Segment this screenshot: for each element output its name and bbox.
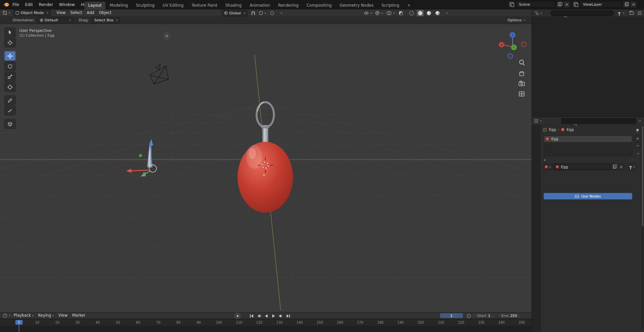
new-viewlayer-icon[interactable] — [623, 1, 629, 8]
workspace-tab-texture-paint[interactable]: Texture Paint — [188, 2, 221, 9]
options-dropdown[interactable]: Options ▾ — [507, 17, 526, 24]
duplicate-material-button[interactable] — [611, 163, 617, 170]
orientation-setting-dropdown[interactable]: Default ▾ — [37, 17, 73, 23]
workspace-tab-modeling[interactable]: Modeling — [106, 2, 132, 9]
snap-toggle-button[interactable] — [250, 10, 257, 16]
outliner-options-button[interactable] — [636, 10, 643, 16]
new-scene-icon[interactable] — [556, 1, 563, 8]
proportional-edit-button[interactable] — [269, 10, 276, 16]
workspace-tab-rendering[interactable]: Rendering — [274, 2, 302, 9]
viewport-camera-button[interactable] — [519, 81, 525, 86]
viewport-canvas[interactable]: Z X Y — [0, 24, 532, 312]
material-name-field[interactable]: Egg — [553, 163, 610, 170]
add-slot-button[interactable]: + — [634, 135, 641, 142]
properties-scrollbar[interactable] — [642, 126, 643, 330]
current-frame-field[interactable]: 1 — [440, 313, 463, 318]
measure-tool[interactable] — [4, 106, 16, 115]
outliner-search-input[interactable] — [551, 10, 614, 16]
visibility-dropdown[interactable]: ▾ — [363, 10, 373, 16]
jump-to-start-button[interactable] — [248, 313, 255, 319]
shading-rendered-button[interactable] — [434, 10, 441, 16]
move-tool[interactable] — [4, 51, 16, 61]
workspace-tab-uv-editing[interactable]: UV Editing — [159, 2, 187, 9]
add-cube-tool[interactable] — [4, 119, 16, 129]
browse-scene-icon[interactable] — [509, 1, 515, 8]
menu-view[interactable]: View — [54, 9, 68, 17]
menu-keying[interactable]: Keying▾ — [36, 312, 56, 320]
cursor-tool[interactable] — [4, 38, 16, 47]
material-slot-row[interactable]: Egg ⋮⋮ — [544, 136, 632, 142]
viewport-zoom-button[interactable] — [520, 60, 525, 65]
play-reverse-button[interactable] — [263, 313, 270, 319]
annotate-tool[interactable] — [4, 95, 16, 105]
pin-icon[interactable] — [636, 129, 639, 131]
menu-object[interactable]: Object — [96, 9, 113, 17]
next-keyframe-button[interactable] — [277, 313, 285, 319]
prev-keyframe-button[interactable] — [255, 313, 263, 319]
viewlayer-field[interactable]: ViewLayer — [580, 1, 622, 8]
properties-search-input[interactable] — [561, 118, 636, 124]
menu-edit[interactable]: Edit — [22, 0, 36, 9]
material-slot-list[interactable]: Egg ⋮⋮ — [544, 135, 632, 156]
proportional-falloff-button[interactable]: ▾ — [277, 10, 284, 16]
slot-specials-button[interactable]: ▾ — [634, 150, 641, 157]
workspace-tab-geometry-nodes[interactable]: Geometry Nodes — [336, 2, 377, 9]
orientation-selector[interactable]: Global ▾ — [222, 10, 248, 16]
timeline-ruler[interactable]: 1020304050607080901001101201301401501601… — [0, 319, 532, 332]
auto-key-button[interactable] — [235, 313, 240, 319]
delete-viewlayer-icon[interactable]: × — [630, 1, 637, 8]
xray-toggle[interactable] — [397, 10, 404, 16]
workspace-tab-sculpting[interactable]: Sculpting — [132, 2, 158, 9]
navigation-gizmo[interactable]: Z X Y — [499, 32, 527, 59]
material-link-dropdown[interactable]: ▾ — [628, 163, 636, 170]
menu-add[interactable]: Add — [84, 9, 96, 17]
menu-playback[interactable]: Playback▾ — [11, 312, 36, 320]
delete-scene-icon[interactable]: × — [564, 1, 570, 8]
viewport-grid-button[interactable] — [519, 92, 524, 96]
playhead-frame-badge[interactable]: 1 — [15, 320, 23, 325]
transform-tool[interactable] — [4, 82, 16, 92]
workspace-tab-compositing[interactable]: Compositing — [303, 2, 335, 9]
add-workspace-button[interactable]: + — [404, 2, 414, 9]
scene-field[interactable]: Scene — [516, 1, 555, 8]
jump-to-end-button[interactable] — [285, 313, 292, 319]
browse-material-button[interactable]: ▾ — [544, 163, 552, 170]
outliner-filter-dropdown[interactable]: ▾ — [617, 10, 625, 16]
use-preview-range-button[interactable] — [465, 313, 472, 319]
snap-target-button[interactable]: ▾ — [258, 10, 267, 16]
light-object[interactable] — [164, 33, 170, 39]
viewport-pan-button[interactable] — [520, 72, 524, 76]
remove-slot-button[interactable]: − — [634, 142, 641, 149]
playhead-line[interactable] — [19, 324, 19, 332]
menu-window[interactable]: Window — [56, 0, 78, 9]
menu-file[interactable]: File — [9, 0, 22, 9]
outliner-editor-type-button[interactable]: ▾ — [534, 10, 543, 16]
drag-dropdown[interactable]: Select Box ▾ — [91, 17, 120, 23]
overlays-dropdown[interactable]: ▾ — [385, 10, 396, 16]
use-nodes-button[interactable]: Use Nodes — [544, 193, 632, 200]
mode-selector[interactable]: Object Mode ▾ — [13, 10, 51, 16]
editor-type-button[interactable]: ▾ — [2, 10, 11, 16]
workspace-tab-layout[interactable]: Layout — [84, 2, 105, 9]
frame-end-field[interactable]: End 250 — [497, 313, 521, 318]
menu-render[interactable]: Render — [36, 0, 56, 9]
slot-expand-icon[interactable]: ▸ — [544, 158, 546, 161]
shading-solid-button[interactable] — [417, 10, 424, 16]
shading-material-button[interactable] — [425, 10, 432, 16]
outliner-new-collection-button[interactable] — [628, 10, 635, 16]
chevron-down-icon[interactable]: ▾ — [639, 119, 641, 122]
rotate-tool[interactable] — [4, 61, 16, 71]
workspace-tab-shading[interactable]: Shading — [222, 2, 245, 9]
properties-editor-type-button[interactable]: ▾ — [533, 117, 543, 124]
select-box-tool[interactable] — [4, 27, 16, 37]
workspace-tab-animation[interactable]: Animation — [246, 2, 274, 9]
scale-tool[interactable] — [4, 72, 16, 81]
menu-select[interactable]: Select — [68, 9, 84, 17]
unlink-material-button[interactable]: × — [618, 163, 624, 170]
viewport-3d[interactable]: Z X Y User Perspec — [0, 24, 532, 312]
breadcrumb-material[interactable]: Egg — [567, 127, 574, 132]
shading-wireframe-button[interactable] — [408, 10, 415, 16]
blender-logo[interactable] — [3, 2, 9, 7]
shading-dropdown[interactable]: ▾ — [443, 10, 450, 16]
timeline-editor-type-button[interactable]: ▾ — [2, 312, 11, 319]
